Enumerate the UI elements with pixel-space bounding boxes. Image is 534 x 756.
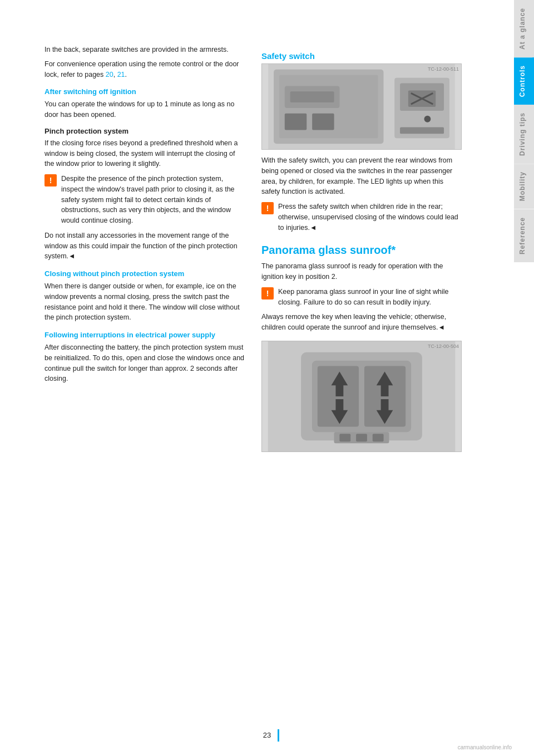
intro-p2: For convenience operation using the remo… bbox=[44, 59, 245, 80]
safety-switch-image: TC-12-00-511 bbox=[261, 63, 462, 150]
panorama-heading: Panorama glass sunroof* bbox=[261, 244, 462, 257]
safety-switch-warning-box: ! Press the safety switch when children … bbox=[261, 202, 462, 233]
sidebar-tab-controls[interactable]: Controls bbox=[514, 57, 534, 105]
following-text: After disconnecting the battery, the pin… bbox=[44, 342, 245, 384]
pinch-warning-text: Despite the presence of the pinch protec… bbox=[61, 174, 245, 226]
page-number-bar bbox=[278, 729, 279, 742]
pinch-p2: Do not install any accessories in the mo… bbox=[44, 230, 245, 262]
sidebar-tab-mobility[interactable]: Mobility bbox=[514, 164, 534, 209]
sidebar: At a glance Controls Driving tips Mobili… bbox=[514, 0, 534, 756]
link-page-20[interactable]: 20 bbox=[106, 71, 113, 78]
watermark: carmanualsonline.info bbox=[458, 744, 512, 750]
link-page-21[interactable]: 21 bbox=[117, 71, 125, 78]
warning-icon-1: ! bbox=[44, 174, 57, 186]
left-column: In the back, separate switches are provi… bbox=[44, 45, 245, 723]
safety-image-ref: TC-12-00-511 bbox=[428, 66, 459, 72]
intro-p1: In the back, separate switches are provi… bbox=[44, 45, 245, 55]
closing-text: When there is danger outside or when, fo… bbox=[44, 281, 245, 323]
svg-rect-24 bbox=[339, 434, 350, 441]
panorama-warning-box: ! Keep panorama glass sunroof in your li… bbox=[261, 287, 462, 308]
page-number: 23 bbox=[263, 731, 271, 739]
svg-rect-25 bbox=[356, 434, 367, 441]
panorama-p2: Always remove the key when leaving the v… bbox=[261, 312, 462, 333]
svg-rect-26 bbox=[373, 434, 384, 441]
pinch-protection-heading: Pinch protection system bbox=[44, 127, 245, 135]
svg-rect-13 bbox=[400, 127, 444, 134]
pinch-p1: If the closing force rises beyond a pred… bbox=[44, 138, 245, 169]
main-content: In the back, separate switches are provi… bbox=[0, 0, 514, 756]
warning-icon-2: ! bbox=[261, 202, 274, 214]
safety-switch-warning-text: Press the safety switch when children ri… bbox=[278, 202, 462, 233]
sidebar-tab-reference[interactable]: Reference bbox=[514, 209, 534, 262]
sunroof-image-ref: TC-12-00-504 bbox=[428, 343, 459, 349]
pinch-warning-box: ! Despite the presence of the pinch prot… bbox=[44, 174, 245, 226]
after-ignition-text: You can operate the windows for up to 1 … bbox=[44, 99, 245, 120]
panorama-warning-text: Keep panorama glass sunroof in your line… bbox=[278, 287, 462, 308]
warning-icon-3: ! bbox=[261, 287, 274, 300]
closing-heading: Closing without pinch protection system bbox=[44, 269, 245, 278]
sidebar-tab-driving-tips[interactable]: Driving tips bbox=[514, 105, 534, 164]
sidebar-tab-at-a-glance[interactable]: At a glance bbox=[514, 0, 534, 57]
safety-switch-p1: With the safety switch, you can prevent … bbox=[261, 155, 462, 197]
sunroof-image: TC-12-00-504 bbox=[261, 341, 462, 452]
after-ignition-heading: After switching off ignition bbox=[44, 87, 245, 96]
right-column: Safety switch bbox=[261, 45, 462, 723]
following-heading: Following interruptions in electrical po… bbox=[44, 331, 245, 339]
page-container: In the back, separate switches are provi… bbox=[0, 0, 534, 756]
svg-rect-5 bbox=[285, 114, 306, 130]
safety-switch-heading: Safety switch bbox=[261, 51, 462, 61]
svg-point-12 bbox=[424, 116, 431, 122]
svg-rect-6 bbox=[312, 114, 334, 130]
svg-rect-4 bbox=[290, 91, 334, 102]
panorama-p1: The panorama glass sunroof is ready for … bbox=[261, 261, 462, 282]
